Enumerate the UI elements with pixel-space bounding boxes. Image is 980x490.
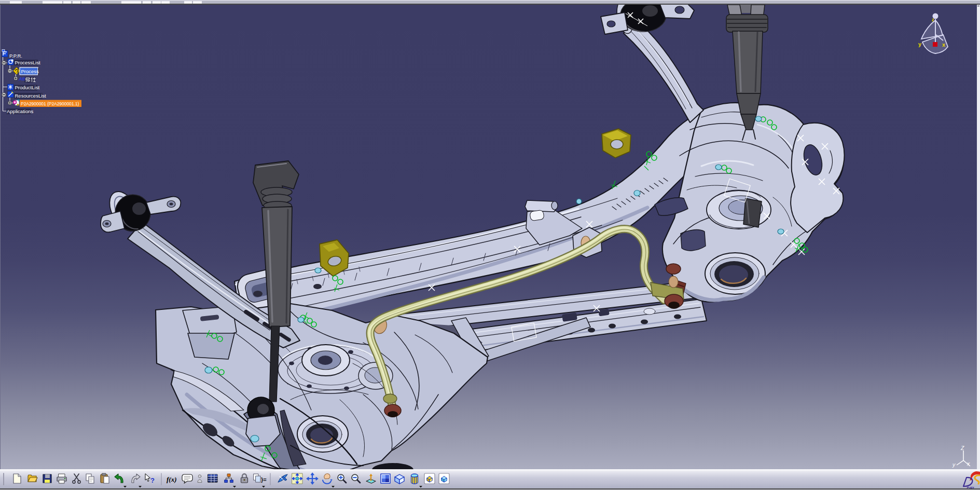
svg-text:Z: Z [960,445,964,451]
svg-text:z: z [932,17,934,22]
svg-text:P2A2900001 (P2A2900001.1): P2A2900001 (P2A2900001.1) [21,101,79,106]
svg-text:}=: }= [261,477,267,483]
svg-text:x: x [967,460,970,467]
svg-text:y: y [918,41,922,47]
svg-text:?: ? [150,477,155,484]
svg-text:Att: Att [19,76,26,81]
svg-text:P.P.R.: P.P.R. [9,53,22,59]
svg-text:Applications: Applications [7,108,33,114]
svg-text:ProductList: ProductList [15,85,40,90]
svg-text:f(x): f(x) [167,475,177,483]
svg-text:ProcessList: ProcessList [15,60,40,65]
svg-text:Process: Process [21,69,39,74]
svg-text:ResourcesList: ResourcesList [15,93,47,99]
svg-text:y: y [952,461,956,468]
svg-text:x: x [942,42,946,48]
